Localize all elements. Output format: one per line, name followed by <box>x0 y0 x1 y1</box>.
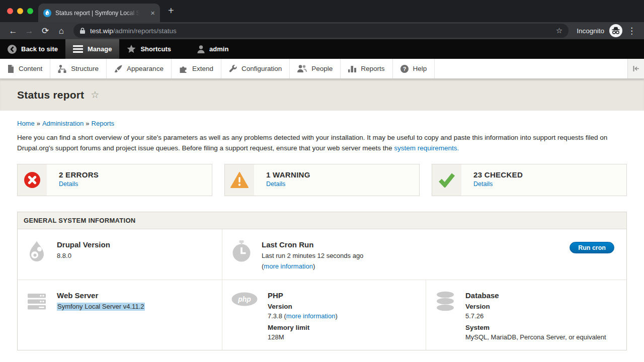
database-title: Database <box>465 291 606 300</box>
new-tab-button[interactable]: + <box>168 5 174 17</box>
database-icon <box>435 291 455 350</box>
php-more-information-link[interactable]: more information <box>286 312 336 320</box>
breadcrumb-separator: » <box>37 120 40 127</box>
minimize-window-button[interactable] <box>17 8 23 14</box>
browser-nav-bar: ← → ⟳ ⌂ test.wip /admin/reports/status ☆… <box>0 22 644 39</box>
manage-label: Manage <box>88 45 112 53</box>
menu-item-content[interactable]: Content <box>0 59 50 78</box>
php-memory-limit-value: 128M <box>268 332 338 342</box>
system-requirements-link[interactable]: system requirements. <box>394 144 459 152</box>
web-server-title: Web Server <box>57 291 145 300</box>
user-menu-button[interactable]: admin <box>190 39 236 59</box>
home-icon[interactable]: ⌂ <box>53 27 69 35</box>
php-title: PHP <box>268 291 338 300</box>
browser-menu-icon[interactable]: ⋮ <box>627 26 636 36</box>
username-label: admin <box>209 45 228 53</box>
menu-item-structure[interactable]: Structure <box>50 59 107 78</box>
web-server-value: Symfony Local Server v4.11.2 <box>57 302 145 311</box>
drupal-logo-icon <box>27 240 47 280</box>
menu-label: Reports <box>361 65 384 72</box>
forward-icon[interactable]: → <box>21 27 37 35</box>
window-controls <box>7 8 33 14</box>
menu-item-extend[interactable]: Extend <box>172 59 221 78</box>
run-cron-button[interactable]: Run cron <box>570 242 614 253</box>
warning-icon <box>230 172 249 188</box>
reload-icon[interactable]: ⟳ <box>37 27 53 35</box>
database-cell: Database Version 5.7.26 System MySQL, Ma… <box>426 280 626 350</box>
menu-label: Content <box>19 65 42 72</box>
checked-icon-cell <box>432 164 461 196</box>
errors-count-label: 2 ERRORS <box>59 170 99 179</box>
drupal-version-value: 8.8.0 <box>57 251 110 260</box>
help-icon: ? <box>400 65 409 73</box>
maximize-window-button[interactable] <box>27 8 33 14</box>
star-icon <box>127 45 136 53</box>
checked-details-link[interactable]: Details <box>473 180 493 188</box>
drupal-favicon-icon <box>43 9 51 17</box>
error-icon <box>24 171 41 189</box>
database-system-label: System <box>465 323 606 332</box>
menu-item-help[interactable]: ? Help <box>393 59 435 78</box>
errors-details-link[interactable]: Details <box>59 180 78 188</box>
menu-collapse-button[interactable] <box>627 59 644 78</box>
close-tab-icon[interactable]: × <box>150 9 155 17</box>
php-version-number: 7.3.8 ( <box>268 312 286 320</box>
menu-item-people[interactable]: People <box>290 59 341 78</box>
breadcrumb-home-link[interactable]: Home <box>17 120 35 127</box>
menu-label: Structure <box>71 65 99 72</box>
browser-tab[interactable]: Status report | Symfony Local Se × <box>38 4 160 22</box>
menu-item-configuration[interactable]: Configuration <box>221 59 290 78</box>
page-header: Status report ☆ <box>0 79 644 111</box>
page-title: Status report <box>17 89 84 101</box>
menu-item-appearance[interactable]: Appearance <box>107 59 172 78</box>
incognito-label: Incognito <box>577 27 604 35</box>
back-to-site-button[interactable]: Back to site <box>0 39 65 59</box>
error-icon-cell <box>18 164 47 196</box>
clock-icon <box>231 240 252 280</box>
admin-toolbar: Back to site Manage Shortcuts admin <box>0 39 644 59</box>
address-bar[interactable]: test.wip /admin/reports/status ☆ <box>73 24 569 38</box>
lock-icon[interactable] <box>79 27 86 34</box>
paren: ) <box>335 312 337 320</box>
cron-more-info-line: (more information) <box>262 262 363 271</box>
database-version-label: Version <box>465 302 606 311</box>
database-system-value: MySQL, MariaDB, Percona Server, or equiv… <box>465 332 606 342</box>
paintbrush-icon <box>114 65 122 73</box>
drupal-version-cell: Drupal Version 8.8.0 <box>18 229 222 280</box>
menu-label: Configuration <box>242 65 282 72</box>
selected-text: Symfony Local Server v4.11.2 <box>57 303 145 311</box>
php-logo-icon: php <box>231 292 258 350</box>
system-info-row-2: Web Server Symfony Local Server v4.11.2 … <box>18 280 626 350</box>
user-icon <box>197 45 205 53</box>
cron-more-information-link[interactable]: more information <box>264 262 313 270</box>
collapse-left-icon <box>633 65 639 72</box>
bar-chart-icon <box>348 65 356 72</box>
close-window-button[interactable] <box>7 8 13 14</box>
svg-text:php: php <box>237 295 251 303</box>
menu-label: Extend <box>192 65 213 72</box>
menu-label: Appearance <box>127 65 164 72</box>
menu-label: Help <box>413 65 427 72</box>
document-icon <box>8 65 14 73</box>
menu-item-reports[interactable]: Reports <box>341 59 392 78</box>
manage-button[interactable]: Manage <box>65 39 119 59</box>
general-system-information-panel: GENERAL SYSTEM INFORMATION Drupal Versio… <box>17 212 627 350</box>
back-icon[interactable]: ← <box>5 27 21 35</box>
warning-card: 1 WARNING Details <box>224 164 420 196</box>
breadcrumb-reports-link[interactable]: Reports <box>92 120 115 127</box>
php-version-value: 7.3.8 (more information) <box>268 311 338 321</box>
favorite-star-icon[interactable]: ☆ <box>91 89 99 101</box>
database-version-value: 5.7.26 <box>465 311 606 321</box>
admin-menu-bar: Content Structure Appearance Extend Conf… <box>0 59 644 79</box>
php-memory-limit-label: Memory limit <box>268 323 338 332</box>
shortcuts-button[interactable]: Shortcuts <box>119 39 179 59</box>
org-chart-icon <box>58 65 66 73</box>
warning-details-link[interactable]: Details <box>266 180 285 188</box>
bookmark-star-icon[interactable]: ☆ <box>556 26 562 35</box>
php-cell: php PHP Version 7.3.8 (more information)… <box>222 280 426 350</box>
back-to-site-label: Back to site <box>21 45 58 53</box>
breadcrumb-administration-link[interactable]: Administration <box>42 120 84 127</box>
system-info-row-1: Drupal Version 8.8.0 Last Cron Run Last … <box>18 229 626 280</box>
browser-tab-strip: Status report | Symfony Local Se × + <box>0 0 644 22</box>
warning-icon-cell <box>225 164 254 196</box>
